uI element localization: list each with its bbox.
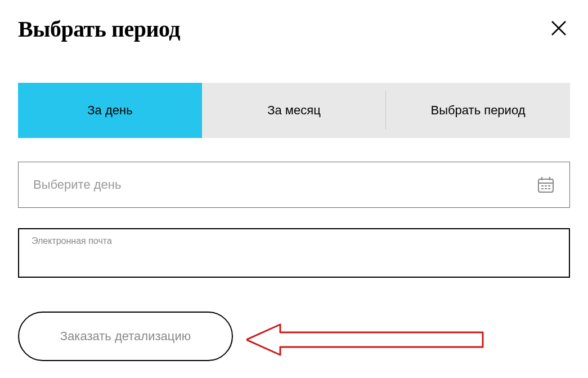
close-icon: [550, 19, 568, 37]
tab-custom-period[interactable]: Выбрать период: [386, 83, 570, 138]
tab-month[interactable]: За месяц: [202, 83, 386, 138]
order-detail-button[interactable]: Заказать детализацию: [18, 312, 233, 361]
tab-day[interactable]: За день: [18, 83, 202, 138]
tab-label: За день: [87, 103, 132, 118]
period-tabs: За день За месяц Выбрать период: [18, 83, 570, 138]
annotation-arrow-icon: [246, 320, 488, 359]
close-button[interactable]: [547, 17, 570, 42]
email-field[interactable]: Электронная почта: [18, 228, 570, 278]
date-placeholder: Выберите день: [33, 177, 121, 192]
modal-title: Выбрать период: [18, 16, 180, 42]
calendar-icon: [537, 176, 555, 194]
date-picker-input[interactable]: Выберите день: [18, 162, 570, 208]
email-label: Электронная почта: [32, 236, 556, 246]
tab-label: Выбрать период: [431, 103, 526, 118]
submit-button-label: Заказать детализацию: [60, 329, 191, 344]
tab-label: За месяц: [267, 103, 321, 118]
